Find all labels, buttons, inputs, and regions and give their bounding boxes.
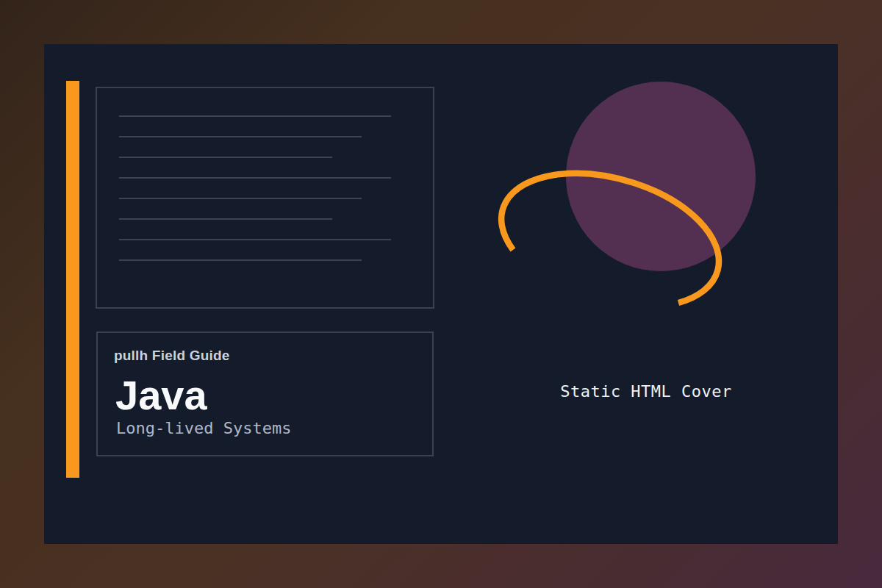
cover-caption: Static HTML Cover bbox=[499, 383, 793, 401]
cover-artwork bbox=[44, 44, 838, 544]
cover-card: pullh Field Guide Java Long-lived System… bbox=[44, 44, 838, 544]
page-background: pullh Field Guide Java Long-lived System… bbox=[0, 0, 882, 588]
